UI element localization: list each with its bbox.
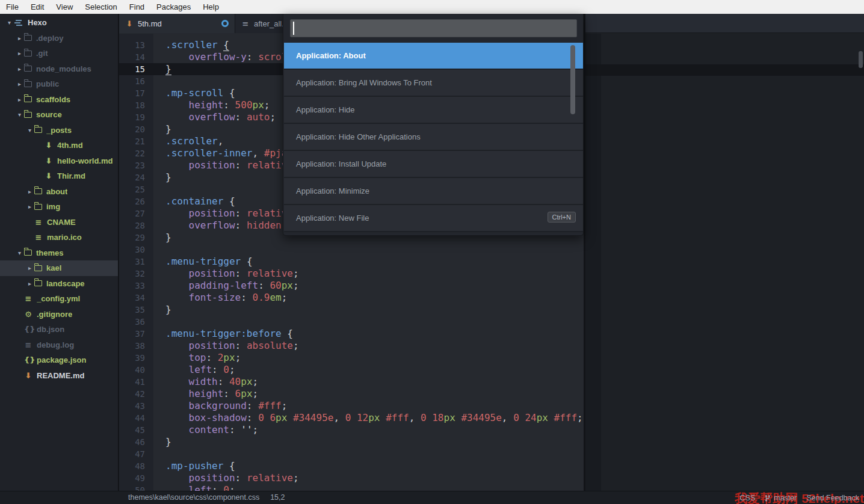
tree-item-cname[interactable]: ≡CNAME — [0, 215, 118, 230]
status-grammar[interactable]: CSS — [740, 492, 756, 504]
tree-item-img[interactable]: ▸img — [0, 199, 118, 215]
tree-item-label: hello-world.md — [57, 156, 113, 165]
line-number: 15 — [119, 63, 153, 75]
palette-item-application-about[interactable]: Application: About — [284, 43, 583, 70]
chevron-right-icon[interactable]: ▸ — [25, 203, 34, 210]
code-token: px — [276, 412, 287, 423]
chevron-down-icon[interactable]: ▾ — [25, 127, 34, 134]
menu-item-find[interactable]: Find — [123, 0, 150, 14]
tab-5th-md[interactable]: ⬇5th.md — [119, 14, 235, 33]
folder-icon — [24, 35, 32, 41]
palette-item-application-new-file[interactable]: Application: New FileCtrl+N — [284, 205, 583, 232]
menu-item-view[interactable]: View — [50, 0, 79, 14]
tree-item-node-modules[interactable]: ▸node_modules — [0, 61, 118, 77]
tree-item-landscape[interactable]: ▸landscape — [0, 276, 118, 292]
tree-item-hexo[interactable]: ▾Hexo — [0, 15, 118, 31]
code-text: .menu-trigger:before { — [153, 328, 293, 340]
code-text: overflow-y: scroll; — [153, 51, 299, 63]
code-token — [415, 412, 421, 423]
tree-item--config-yml[interactable]: ≡_config.yml — [0, 291, 118, 307]
tree-item--deploy[interactable]: ▸.deploy — [0, 31, 118, 46]
tree-item-thir-md[interactable]: ⬇Thir.md — [0, 168, 118, 184]
status-git-branch[interactable]: master — [765, 492, 797, 504]
chevron-right-icon[interactable]: ▸ — [25, 280, 34, 287]
chevron-right-icon[interactable]: ▸ — [25, 265, 34, 271]
right-gutter — [585, 34, 601, 491]
tree-item-label: kael — [46, 263, 61, 272]
chevron-right-icon[interactable]: ▸ — [15, 50, 24, 57]
code-token: 0 — [223, 484, 229, 491]
line-number: 29 — [119, 232, 153, 244]
menu-item-file[interactable]: File — [0, 0, 25, 14]
code-text: font-size: 0.9em; — [153, 292, 287, 304]
tree-item-mario-ico[interactable]: ≡mario.ico — [0, 230, 118, 245]
tree-item-db-json[interactable]: {}db.json — [0, 322, 118, 337]
chevron-down-icon[interactable]: ▾ — [15, 250, 24, 256]
command-palette-input[interactable] — [290, 19, 577, 37]
line-number: 40 — [119, 364, 153, 376]
palette-item-application-install-update[interactable]: Application: Install Update — [284, 151, 583, 178]
gear-file-icon: ⚙ — [24, 310, 32, 318]
code-token — [235, 424, 241, 435]
right-scrollbar-thumb[interactable] — [859, 51, 863, 68]
code-text: width: 40px; — [153, 376, 258, 388]
code-token: font-size — [189, 292, 241, 303]
right-editor-pane[interactable] — [585, 14, 864, 491]
palette-scrollbar-thumb[interactable] — [570, 45, 575, 114]
tree-item--gitignore[interactable]: ⚙.gitignore — [0, 307, 118, 322]
palette-item-application-hide-other-applications[interactable]: Application: Hide Other Applications — [284, 124, 583, 151]
palette-item-application-hide[interactable]: Application: Hide — [284, 97, 583, 124]
menu-item-packages[interactable]: Packages — [150, 0, 197, 14]
line-number: 19 — [119, 111, 153, 123]
markdown-file-icon: ⬇ — [45, 157, 53, 165]
menu-item-help[interactable]: Help — [197, 0, 225, 14]
chevron-right-icon[interactable]: ▸ — [15, 35, 24, 41]
code-text: } — [153, 232, 171, 244]
code-text: position: relative; — [153, 472, 299, 484]
tree-item-package-json[interactable]: {}package.json — [0, 352, 118, 368]
tree-item-scaffolds[interactable]: ▸scaffolds — [0, 92, 118, 108]
text-file-icon: ≡ — [241, 20, 250, 28]
chevron-right-icon[interactable]: ▸ — [25, 188, 34, 195]
file-tree[interactable]: ▾Hexo▸.deploy▸.git▸node_modules▸public▸s… — [0, 14, 119, 491]
palette-item-application-bring-all-windows-to-front[interactable]: Application: Bring All Windows To Front — [284, 70, 583, 97]
code-text: .mp-pusher { — [153, 460, 235, 472]
status-cursor-position[interactable]: 15,2 — [270, 491, 285, 504]
menu-item-edit[interactable]: Edit — [25, 0, 50, 14]
chevron-right-icon[interactable]: ▸ — [15, 66, 24, 72]
tree-item-kael[interactable]: ▸kael — [0, 260, 118, 276]
palette-item-application-minimize[interactable]: Application: Minimize — [284, 178, 583, 205]
menu-item-selection[interactable]: Selection — [79, 0, 123, 14]
code-text — [153, 183, 165, 195]
text-file-icon: ≡ — [24, 295, 32, 303]
line-number: 32 — [119, 268, 153, 280]
palette-item-label: Application: Bring All Windows To Front — [296, 78, 432, 87]
tree-item-debug-log[interactable]: ≡debug.log — [0, 337, 118, 353]
chevron-down-icon[interactable]: ▾ — [15, 111, 24, 118]
status-send-feedback[interactable]: Send Feedback — [806, 492, 859, 504]
line-number: 20 — [119, 123, 153, 135]
tree-item-about[interactable]: ▸about — [0, 184, 118, 200]
code-text: .menu-trigger { — [153, 256, 253, 268]
line-number: 28 — [119, 220, 153, 232]
chevron-down-icon[interactable]: ▾ — [5, 19, 14, 26]
tree-item-hello-world-md[interactable]: ⬇hello-world.md — [0, 153, 118, 169]
code-token: { — [223, 39, 229, 51]
code-token: } — [165, 304, 171, 315]
folder-icon — [24, 51, 32, 57]
code-text: .scroller { — [153, 39, 229, 51]
tree-item-4th-md[interactable]: ⬇4th.md — [0, 138, 118, 153]
code-token: top — [189, 352, 206, 363]
tree-item-source[interactable]: ▾source — [0, 107, 118, 123]
tree-item--posts[interactable]: ▾_posts — [0, 123, 118, 138]
tree-item-themes[interactable]: ▾themes — [0, 245, 118, 261]
code-text: .container { — [153, 195, 235, 207]
tree-item-public[interactable]: ▸public — [0, 76, 118, 92]
chevron-right-icon[interactable]: ▸ — [15, 81, 24, 87]
modified-indicator-icon[interactable] — [221, 20, 229, 27]
status-file-path[interactable]: themes\kael\source\css\component.css — [128, 491, 259, 504]
chevron-right-icon[interactable]: ▸ — [15, 96, 24, 103]
tree-item-readme-md[interactable]: ⬇README.md — [0, 368, 118, 384]
tree-item--git[interactable]: ▸.git — [0, 46, 118, 61]
code-token: : — [247, 412, 253, 423]
